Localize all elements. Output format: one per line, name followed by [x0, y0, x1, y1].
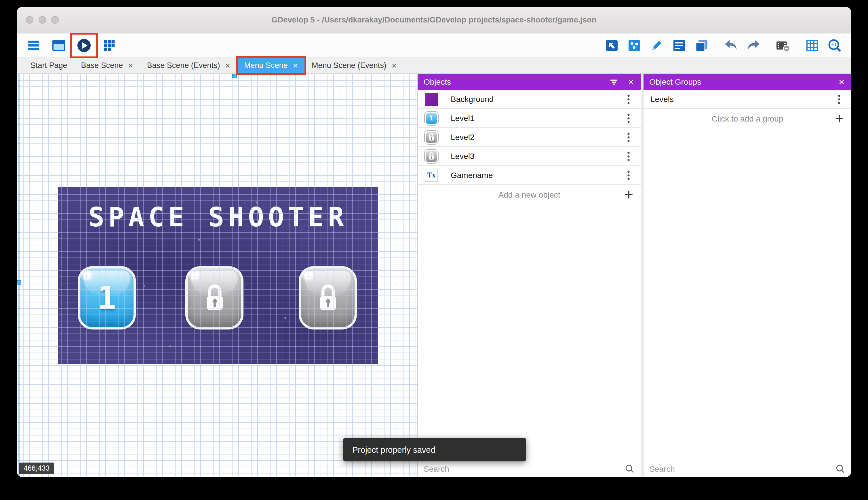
scene-canvas[interactable]: SPACE SHOOTER 1 [17, 74, 418, 477]
instances-list-button[interactable] [627, 38, 642, 53]
toast-notification: Project properly saved [343, 438, 526, 462]
instances-list-icon [627, 38, 642, 53]
tab-menu-scene-events[interactable]: Menu Scene (Events) × [305, 58, 403, 73]
resize-handle-top[interactable] [232, 74, 237, 78]
grid-button[interactable] [805, 38, 820, 53]
debug-icon [102, 38, 117, 53]
tab-base-scene-events[interactable]: Base Scene (Events) × [140, 58, 237, 73]
minimize-button[interactable] [38, 16, 46, 24]
level-locked-icon [425, 130, 438, 144]
close-panel-icon[interactable]: × [627, 77, 635, 87]
panel-splitter[interactable] [641, 74, 644, 477]
object-row-level1[interactable]: 1 Level1 [418, 109, 641, 128]
toolbar-right-group: 1:1 [605, 38, 842, 53]
object-groups-panel: Object Groups × Levels Click to add a gr… [644, 74, 851, 477]
objects-search-input[interactable] [424, 464, 620, 473]
toast-message: Project properly saved [352, 445, 435, 454]
toolbar: 1:1 [17, 33, 851, 58]
edit-properties-button[interactable] [649, 38, 664, 53]
add-group-button[interactable]: Click to add a group [644, 109, 851, 128]
object-menu-button[interactable] [623, 111, 634, 125]
object-row-level2[interactable]: Level2 [418, 128, 641, 147]
layers-button[interactable] [694, 38, 709, 53]
tab-base-scene[interactable]: Base Scene × [74, 58, 140, 73]
object-name: Level3 [451, 151, 474, 161]
tab-close-icon[interactable]: × [293, 61, 298, 70]
object-row-level3[interactable]: Level3 [418, 147, 641, 166]
toolbar-left-group [26, 38, 117, 53]
layers-icon [694, 38, 709, 53]
three-dots-icon [627, 170, 630, 180]
object-name: Gamename [451, 171, 493, 180]
group-menu-button[interactable] [834, 92, 844, 106]
window-controls [26, 7, 59, 33]
zoom-level-label: 1:1 [831, 42, 837, 47]
project-manager-button[interactable] [26, 38, 41, 53]
preview-options-icon [775, 38, 790, 53]
plus-icon[interactable] [835, 113, 844, 123]
object-menu-button[interactable] [623, 168, 634, 182]
undo-button[interactable] [724, 38, 739, 53]
play-button[interactable] [77, 38, 92, 53]
edit-pencil-icon [649, 38, 664, 53]
object-name: Level1 [451, 113, 474, 123]
lock-icon [201, 282, 228, 314]
tab-bar: Start Page Base Scene × Base Scene (Even… [17, 58, 851, 74]
resize-handle-left[interactable] [17, 280, 21, 285]
object-name: Background [451, 94, 494, 104]
three-dots-icon [627, 151, 630, 161]
window-title: GDevelop 5 - /Users/dkarakay/Documents/G… [271, 15, 596, 24]
level2-button-instance[interactable] [185, 266, 244, 329]
groups-search-input[interactable] [649, 464, 831, 473]
tab-menu-scene[interactable]: Menu Scene × [237, 58, 305, 73]
zoom-window-button[interactable] [51, 16, 59, 24]
objects-search-bar [418, 460, 641, 477]
objects-panel-empty-area [418, 204, 641, 460]
level3-button-instance[interactable] [299, 266, 357, 329]
object-groups-header: Object Groups × [644, 74, 851, 90]
add-object-button[interactable]: Add a new object [418, 185, 641, 204]
level1-button-instance[interactable]: 1 [78, 266, 136, 329]
undo-icon [724, 38, 739, 53]
object-row-gamename[interactable]: Tx Gamename [418, 166, 641, 185]
group-row-levels[interactable]: Levels [644, 90, 851, 109]
objects-editor-button[interactable] [605, 38, 619, 53]
filter-button[interactable] [609, 77, 619, 87]
lock-icon [315, 282, 341, 314]
object-row-background[interactable]: Background [418, 90, 641, 109]
object-menu-button[interactable] [623, 92, 634, 106]
scene-editor-button[interactable] [51, 38, 66, 53]
events-list-icon [672, 38, 687, 53]
object-menu-button[interactable] [623, 149, 634, 163]
close-panel-icon[interactable]: × [837, 77, 846, 87]
objects-panel-header: Objects × [418, 74, 641, 90]
three-dots-icon [627, 94, 630, 104]
groups-panel-empty-area [644, 128, 851, 460]
objects-editor-icon [605, 38, 619, 53]
three-dots-icon [627, 113, 630, 123]
tab-start-page[interactable]: Start Page [24, 58, 74, 73]
app-window: GDevelop 5 - /Users/dkarakay/Documents/G… [17, 7, 851, 477]
tab-close-icon[interactable]: × [392, 61, 397, 70]
close-button[interactable] [26, 16, 33, 24]
grid-icon [805, 38, 820, 53]
filter-icon [609, 77, 619, 87]
zoom-button[interactable]: 1:1 [827, 38, 842, 53]
events-sheet-button[interactable] [672, 38, 687, 53]
object-menu-button[interactable] [623, 130, 634, 144]
tab-close-icon[interactable]: × [128, 61, 133, 70]
preview-options-button[interactable] [775, 38, 790, 53]
objects-panel: Objects × Background 1 Level1 [418, 74, 641, 477]
level-unlocked-icon: 1 [425, 112, 438, 125]
game-window-border-line [19, 74, 20, 477]
redo-button[interactable] [746, 38, 761, 53]
debug-button[interactable] [102, 38, 117, 53]
cursor-coordinates-badge: 466;433 [19, 463, 54, 474]
level-number-label: 1 [97, 280, 116, 316]
game-scene-preview[interactable]: SPACE SHOOTER 1 [58, 186, 378, 364]
add-object-label: Add a new object [498, 190, 560, 199]
tab-close-icon[interactable]: × [225, 61, 230, 70]
screenshot-root: GDevelop 5 - /Users/dkarakay/Documents/G… [0, 0, 868, 500]
plus-icon[interactable] [624, 190, 634, 199]
background-swatch-icon [425, 92, 438, 106]
